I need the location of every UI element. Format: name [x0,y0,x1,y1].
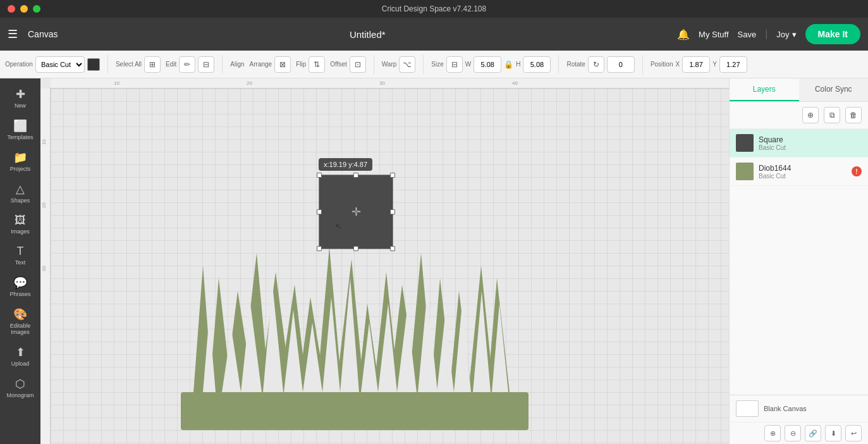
size-h-input[interactable] [523,56,551,73]
svg-rect-0 [181,392,529,430]
maximize-button[interactable] [33,5,40,13]
main-area: ✚ New ⬜ Templates 📁 Projects △ Shapes 🖼 … [0,78,868,444]
handle-top-right[interactable] [390,173,395,178]
tab-color-sync[interactable]: Color Sync [799,78,869,101]
size-icon-btn[interactable]: ⊟ [446,56,463,73]
sidebar-item-monogram[interactable]: ⬡ Monogram [3,373,37,402]
rotate-label: Rotate [566,61,585,68]
svg-rect-34 [736,173,754,180]
position-y-label: Y [712,61,717,68]
sidebar-item-editable-images[interactable]: 🎨 Editable Images [3,304,37,339]
handle-middle-left[interactable] [317,209,322,214]
upload-icon: ⬆ [16,345,25,359]
warp-label: Warp [382,61,397,68]
edit-extra-button[interactable]: ⊟ [198,56,214,73]
layer-actions: ⊕ ⧉ 🗑 [730,102,868,129]
download-button[interactable]: ⬇ [825,425,841,441]
templates-icon: ⬜ [13,119,27,133]
operation-group: Operation Basic Cut [5,56,100,73]
toolbar-divider-2 [222,55,223,74]
zoom-out-button[interactable]: ⊖ [785,425,801,441]
sidebar-item-templates[interactable]: ⬜ Templates [3,115,37,144]
handle-bottom-center[interactable] [353,246,358,251]
save-button[interactable]: Save [738,30,757,39]
layer-item-square[interactable]: Square Basic Cut [730,129,868,157]
flip-group: Flip ⇅ [296,56,325,73]
position-y-input[interactable] [719,56,747,73]
layer-name-grass: Diob1644 [759,164,847,173]
position-x-input[interactable] [682,56,710,73]
canvas-area[interactable]: 10 20 30 40 10 20 30 [40,78,729,444]
sidebar-item-phrases[interactable]: 💬 Phrases [3,272,37,301]
toolbar-divider-4 [423,55,424,74]
sidebar-item-text[interactable]: T Text [3,241,37,269]
layer-item-grass[interactable]: Diob1644 Basic Cut ! [730,157,868,186]
sidebar-item-new[interactable]: ✚ New [3,83,37,113]
handle-top-left[interactable] [317,173,322,178]
ruler-h-mark-20: 20 [247,80,252,86]
sidebar-item-text-label: Text [15,259,26,266]
handle-bottom-right[interactable] [390,246,395,251]
toolbar-divider-1 [107,55,108,74]
traffic-lights [8,5,40,13]
sidebar-item-upload-label: Upload [11,361,30,367]
sidebar-item-projects[interactable]: 📁 Projects [3,147,37,176]
right-panel: Layers Color Sync ⊕ ⧉ 🗑 Square Basic Cut [729,78,868,444]
rotate-input[interactable] [607,56,635,73]
blank-canvas-label: Blank Canvas [764,405,807,412]
toolbar-divider-6 [642,55,643,74]
crosshair-icon: ✛ [351,205,361,219]
select-all-button[interactable]: ⊞ [144,56,161,73]
selected-square[interactable]: ✛ [319,175,393,249]
bell-icon[interactable]: 🔔 [677,28,690,40]
user-menu[interactable]: Joy ▾ [776,30,796,39]
duplicate-layers-button[interactable]: ⧉ [824,107,840,123]
layer-error-icon: ! [852,166,862,176]
sidebar-item-templates-label: Templates [7,134,33,140]
ruler-vertical: 10 20 30 [40,89,51,444]
undo-panel-button[interactable]: ↩ [845,425,862,441]
arrange-button[interactable]: ⊠ [274,56,291,73]
search-layers-button[interactable]: ⊕ [802,107,819,123]
make-it-button[interactable]: Make It [805,24,860,44]
offset-group: Offset ⊡ [330,56,366,73]
align-label: Align [230,61,244,68]
link-button[interactable]: 🔗 [805,425,821,441]
tab-layers[interactable]: Layers [730,78,799,101]
color-swatch[interactable] [87,58,100,71]
sidebar-item-shapes[interactable]: △ Shapes [3,178,37,207]
offset-button[interactable]: ⊡ [350,56,366,73]
zoom-in-button[interactable]: ⊕ [764,425,781,441]
edit-group: Edit ✏ ⊟ [166,56,214,73]
new-icon: ✚ [16,87,25,101]
grass-thumb-svg [736,163,754,180]
select-all-group: Select All ⊞ [116,56,161,73]
operation-select[interactable]: Basic Cut [35,56,85,73]
sidebar-item-upload[interactable]: ⬆ Upload [3,342,37,371]
close-button[interactable] [8,5,15,13]
toolbar: Operation Basic Cut Select All ⊞ Edit ✏ … [0,51,868,78]
toolbar-divider-3 [374,55,374,74]
sidebar-item-new-label: New [15,102,26,109]
handle-middle-right[interactable] [390,209,395,214]
warp-button[interactable]: ⌥ [399,56,415,73]
handle-bottom-left[interactable] [317,246,322,251]
ruler-v-mark-20: 20 [41,202,47,208]
rotate-icon-btn[interactable]: ↻ [588,56,604,73]
right-panel-bottom: Blank Canvas [730,395,868,422]
handle-top-center[interactable] [353,173,358,178]
sidebar-item-images[interactable]: 🖼 Images [3,210,37,238]
minimize-button[interactable] [20,5,28,13]
position-group: Position X Y [651,56,747,73]
my-stuff-button[interactable]: My Stuff [699,30,728,39]
canvas-grid[interactable]: ✛ x:19.19 y:4.87 ↖ [51,89,729,444]
position-x-label: X [675,61,680,68]
size-w-input[interactable] [474,56,501,73]
edit-button[interactable]: ✏ [179,56,195,73]
sidebar-item-shapes-label: Shapes [11,197,30,204]
flip-button[interactable]: ⇅ [309,56,325,73]
delete-layers-button[interactable]: 🗑 [845,107,862,123]
monogram-icon: ⬡ [15,377,25,391]
nav-bar: ☰ Canvas Untitled* 🔔 My Stuff Save | Joy… [0,18,868,51]
hamburger-icon[interactable]: ☰ [8,27,18,41]
